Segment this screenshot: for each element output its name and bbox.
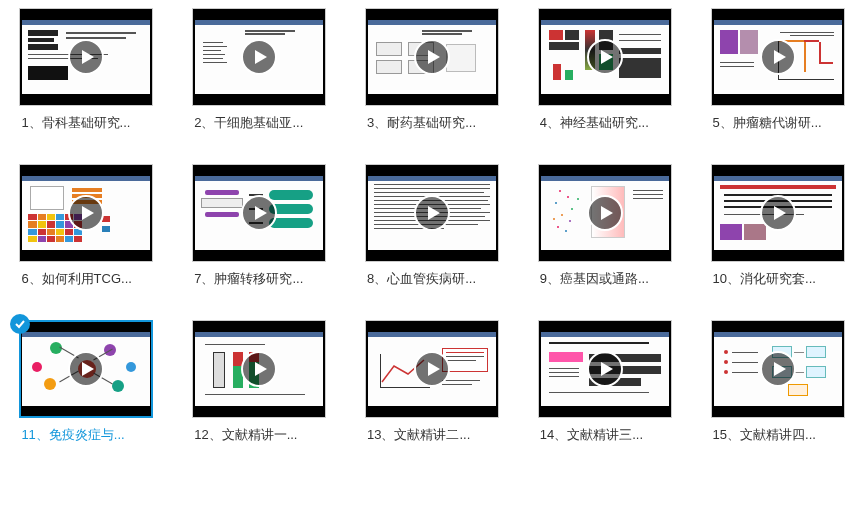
video-title: 14、文献精讲三... [538,426,672,444]
video-title: 7、肿瘤转移研究... [192,270,326,288]
video-thumbnail [538,8,672,106]
play-icon [760,39,796,75]
video-item-15[interactable]: 15、文献精讲四... [707,320,848,444]
video-title: 1、骨科基础研究... [19,114,153,132]
play-icon [587,195,623,231]
play-icon [241,39,277,75]
video-grid: 1、骨科基础研究... 2、干细胞基础亚... [16,8,848,444]
video-item-1[interactable]: 1、骨科基础研究... [16,8,157,132]
video-item-2[interactable]: 2、干细胞基础亚... [189,8,330,132]
video-thumbnail [192,8,326,106]
video-item-3[interactable]: 3、耐药基础研究... [362,8,503,132]
video-thumbnail [192,320,326,418]
play-icon [587,351,623,387]
video-thumbnail [19,164,153,262]
play-icon [68,39,104,75]
video-item-14[interactable]: 14、文献精讲三... [534,320,675,444]
play-icon [68,195,104,231]
video-title: 12、文献精讲一... [192,426,326,444]
video-item-9[interactable]: 9、癌基因或通路... [534,164,675,288]
video-title: 3、耐药基础研究... [365,114,499,132]
play-icon [68,351,104,387]
video-thumbnail [365,320,499,418]
play-icon [414,351,450,387]
video-title: 6、如何利用TCG... [19,270,153,288]
video-item-5[interactable]: 5、肿瘤糖代谢研... [707,8,848,132]
video-title: 10、消化研究套... [711,270,845,288]
video-thumbnail [711,8,845,106]
video-title: 11、免疫炎症与... [19,426,153,444]
video-title: 15、文献精讲四... [711,426,845,444]
video-item-10[interactable]: 10、消化研究套... [707,164,848,288]
video-title: 4、神经基础研究... [538,114,672,132]
video-item-6[interactable]: 6、如何利用TCG... [16,164,157,288]
video-thumbnail [365,8,499,106]
video-thumbnail [192,164,326,262]
play-icon [241,195,277,231]
play-icon [414,195,450,231]
play-icon [760,351,796,387]
play-icon [414,39,450,75]
video-thumbnail [711,320,845,418]
video-item-8[interactable]: 8、心血管疾病研... [362,164,503,288]
video-item-4[interactable]: 4、神经基础研究... [534,8,675,132]
video-thumbnail [538,320,672,418]
play-icon [241,351,277,387]
video-thumbnail [538,164,672,262]
video-thumbnail [19,8,153,106]
video-thumbnail [711,164,845,262]
video-thumbnail [19,320,153,418]
video-title: 8、心血管疾病研... [365,270,499,288]
video-item-12[interactable]: 12、文献精讲一... [189,320,330,444]
check-icon [10,314,30,334]
video-thumbnail [365,164,499,262]
play-icon [587,39,623,75]
video-title: 9、癌基因或通路... [538,270,672,288]
video-item-13[interactable]: 13、文献精讲二... [362,320,503,444]
video-item-11[interactable]: 11、免疫炎症与... [16,320,157,444]
video-title: 2、干细胞基础亚... [192,114,326,132]
video-item-7[interactable]: 7、肿瘤转移研究... [189,164,330,288]
video-title: 5、肿瘤糖代谢研... [711,114,845,132]
video-title: 13、文献精讲二... [365,426,499,444]
play-icon [760,195,796,231]
